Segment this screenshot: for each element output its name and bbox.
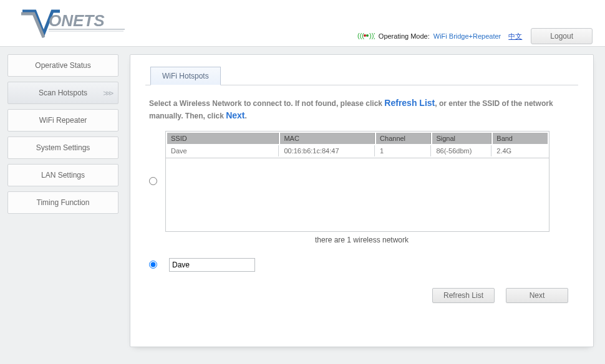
cell-signal: 86(-56dbm): [432, 145, 491, 156]
cell-band: 2.4G: [493, 145, 548, 156]
header-bar: ONETS ((( ))) Operating Mode: WiFi Bridg…: [0, 0, 605, 47]
operating-mode-label: Operating Mode:: [379, 32, 430, 40]
logout-button[interactable]: Logout: [531, 28, 593, 44]
instruction-next-accent: Next: [226, 110, 244, 120]
col-mac: MAC: [280, 133, 375, 144]
svg-text:(((: (((: [357, 32, 364, 39]
sidebar-item-timing-function[interactable]: Timing Function: [7, 191, 119, 214]
select-from-list-radio[interactable]: [149, 177, 157, 185]
sidebar-item-label: Scan Hotspots: [39, 89, 87, 97]
manual-ssid-input[interactable]: [169, 258, 255, 272]
svg-text:))): ))): [369, 32, 375, 39]
sidebar-item-scan-hotspots[interactable]: Scan Hotspots >>>: [7, 82, 119, 104]
sidebar-item-label: Timing Function: [37, 198, 90, 207]
main-panel: WiFi Hotspots Select a Wireless Network …: [130, 54, 594, 347]
col-ssid: SSID: [167, 133, 279, 144]
next-button[interactable]: Next: [506, 288, 568, 303]
sidebar-item-label: WiFi Repeater: [39, 116, 87, 125]
sidebar-item-label: Operative Status: [35, 61, 90, 70]
svg-point-5: [366, 34, 369, 37]
wifi-signal-icon: ((( ))): [357, 31, 375, 41]
tab-strip: WiFi Hotspots: [145, 66, 578, 85]
col-band: Band: [493, 133, 548, 144]
chevron-right-icon: >>>: [103, 89, 112, 98]
sidebar-item-lan-settings[interactable]: LAN Settings: [7, 164, 119, 186]
sidebar-item-label: System Settings: [36, 143, 90, 152]
table-empty-area: [165, 158, 549, 232]
instruction-text: Select a Wireless Network to connect to.…: [149, 97, 578, 122]
svg-text:ONETS: ONETS: [49, 11, 105, 30]
instruction-refresh-accent: Refresh List: [384, 98, 435, 108]
cell-channel: 1: [376, 145, 431, 156]
sidebar-item-system-settings[interactable]: System Settings: [7, 136, 119, 159]
sidebar-item-label: LAN Settings: [41, 171, 85, 180]
col-channel: Channel: [376, 133, 431, 144]
manual-ssid-radio[interactable]: [149, 261, 157, 269]
sidebar: Operative Status Scan Hotspots >>> WiFi …: [7, 54, 119, 347]
network-count-note: there are 1 wireless network: [145, 236, 578, 244]
sidebar-item-operative-status[interactable]: Operative Status: [7, 54, 119, 77]
network-table: SSID MAC Channel Signal Band Dave 00:16:…: [165, 131, 549, 158]
col-signal: Signal: [432, 133, 491, 144]
language-link[interactable]: 中文: [508, 32, 522, 41]
table-header-row: SSID MAC Channel Signal Band: [167, 133, 548, 144]
refresh-list-button[interactable]: Refresh List: [432, 288, 495, 303]
svg-point-4: [364, 34, 366, 37]
cell-ssid: Dave: [167, 145, 279, 156]
tab-wifi-hotspots[interactable]: WiFi Hotspots: [150, 67, 221, 85]
table-row[interactable]: Dave 00:16:b6:1c:84:47 1 86(-56dbm) 2.4G: [167, 145, 548, 156]
operating-mode-value: WiFi Bridge+Repeater: [433, 32, 501, 40]
brand-logo: ONETS: [19, 6, 125, 42]
sidebar-item-wifi-repeater[interactable]: WiFi Repeater: [7, 109, 119, 132]
cell-mac: 00:16:b6:1c:84:47: [280, 145, 375, 156]
